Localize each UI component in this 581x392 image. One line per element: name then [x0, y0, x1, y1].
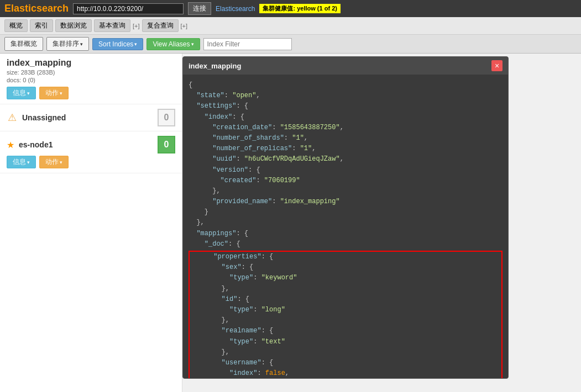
view-aliases-arrow: ▾ [191, 41, 194, 47]
json-line-10: "created": "7060199" [189, 176, 503, 186]
url-input[interactable] [73, 3, 184, 14]
json-line-25: "type": "text" [190, 337, 501, 347]
modal-close-button[interactable]: × [491, 60, 503, 71]
json-line-9: "version": { [189, 165, 503, 176]
index-info-button[interactable]: 信息 ▾ [7, 87, 36, 99]
index-filter-input[interactable] [203, 38, 292, 50]
unassigned-shard-count: 0 [158, 109, 175, 126]
es-node1-section: ★ es-node1 0 信息 ▾ 动作 ▾ [0, 131, 182, 173]
cluster-sort-arrow: ▾ [80, 41, 83, 47]
json-line-5: "creation_date": "1585643887250", [189, 123, 503, 133]
index-docs: docs: 0 (0) [7, 77, 175, 83]
highlight-box: "properties": { "sex": { "type": "keywor… [189, 251, 503, 378]
es-node1-header: ★ es-node1 0 [7, 136, 175, 153]
top-bar: Elasticsearch 连接 Elasticsearch 集群健康值: ye… [0, 0, 581, 17]
json-line-19: "type": "keyword" [190, 273, 501, 283]
left-panel: index_mapping size: 283B (283B) docs: 0 … [0, 54, 182, 392]
cluster-overview-button[interactable]: 集群概览 [4, 37, 43, 51]
json-line-23: }, [190, 315, 501, 326]
es-node1-action-button[interactable]: 动作 ▾ [39, 156, 69, 168]
modal-header: index_mapping × [183, 57, 508, 75]
nav-tabs: 概览 索引 数据浏览 基本查询 [+] 复合查询 [+] [0, 17, 581, 35]
json-line-21: "id": { [190, 294, 501, 305]
warning-icon: ⚠ [7, 112, 18, 123]
index-action-button[interactable]: 动作 ▾ [39, 87, 69, 99]
json-line-14: }, [189, 218, 503, 228]
right-area: index_mapping × { "state": "open", "sett… [182, 54, 581, 392]
json-line-12: "provided_name": "index_mapping" [189, 197, 503, 207]
es-link[interactable]: Elasticsearch [216, 5, 255, 13]
json-line-3: "settings": { [189, 101, 503, 112]
json-line-6: "number_of_shards": "1", [189, 133, 503, 144]
toolbar: 集群概览 集群排序 ▾ Sort Indices ▾ View Aliases … [0, 35, 581, 54]
modal-title: index_mapping [189, 62, 241, 70]
json-line-2: "state": "open", [189, 91, 503, 101]
sort-indices-button[interactable]: Sort Indices ▾ [92, 38, 143, 50]
es-node1-label: es-node1 [19, 140, 153, 149]
health-badge: 集群健康值: yellow (1 of 2) [259, 4, 340, 13]
json-line-28: "index": false, [190, 368, 501, 378]
json-line-11: }, [189, 186, 503, 197]
cluster-sort-button[interactable]: 集群排序 ▾ [46, 37, 89, 51]
index-size: size: 283B (283B) [7, 69, 175, 76]
json-line-22: "type": "long" [190, 305, 501, 315]
tab-basic-query[interactable]: 基本查询 [94, 19, 130, 32]
json-line-16: "_doc": { [189, 239, 503, 250]
main-area: index_mapping size: 283B (283B) docs: 0 … [0, 54, 581, 392]
json-line-20: }, [190, 284, 501, 294]
connect-button[interactable]: 连接 [188, 2, 211, 15]
modal-body[interactable]: { "state": "open", "settings": { "index"… [183, 75, 508, 378]
json-line-4: "index": { [189, 112, 503, 123]
unassigned-label: Unassigned [22, 113, 153, 122]
index-name: index_mapping [7, 58, 175, 68]
json-line-1: { [189, 80, 503, 91]
json-line-13: } [189, 207, 503, 218]
app-logo: Elasticsearch [4, 3, 69, 14]
view-aliases-button[interactable]: View Aliases ▾ [146, 38, 200, 50]
json-line-26: }, [190, 347, 501, 358]
json-line-27: "username": { [190, 358, 501, 368]
tab-overview[interactable]: 概览 [4, 19, 28, 32]
index-info: index_mapping size: 283B (283B) docs: 0 … [0, 54, 182, 104]
basic-query-plus: [+] [133, 23, 140, 29]
json-line-7: "number_of_replicas": "1", [189, 144, 503, 154]
star-icon: ★ [7, 140, 14, 150]
tab-index[interactable]: 索引 [30, 19, 53, 32]
json-line-24: "realname": { [190, 326, 501, 336]
es-node1-shard-count: 0 [158, 136, 175, 153]
json-line-18: "sex": { [190, 262, 501, 273]
index-mapping-modal: index_mapping × { "state": "open", "sett… [182, 56, 509, 379]
tab-data-browse[interactable]: 数据浏览 [55, 19, 92, 32]
tab-complex-query[interactable]: 复合查询 [142, 19, 179, 32]
unassigned-row: ⚠ Unassigned 0 [0, 104, 182, 131]
json-line-8: "uuid": "h6uCWcfVRDqAdUGieqJZaw", [189, 154, 503, 165]
json-line-17: "properties": { [190, 252, 501, 262]
sort-indices-arrow: ▾ [134, 41, 137, 47]
json-line-15: "mappings": { [189, 229, 503, 239]
index-actions: 信息 ▾ 动作 ▾ [7, 87, 175, 99]
es-node1-info-button[interactable]: 信息 ▾ [7, 156, 36, 168]
es-node1-actions: 信息 ▾ 动作 ▾ [7, 156, 175, 168]
complex-query-plus: [+] [181, 23, 188, 29]
